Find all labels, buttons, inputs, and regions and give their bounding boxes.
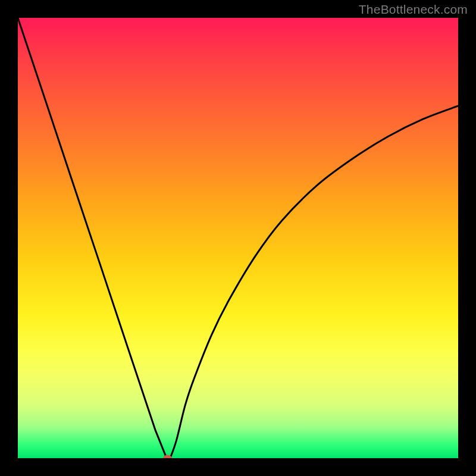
chart-frame: TheBottleneck.com — [0, 0, 476, 476]
watermark-text: TheBottleneck.com — [359, 2, 468, 17]
curve-left-branch — [18, 18, 170, 458]
chart-svg — [18, 18, 458, 458]
curve-right-branch — [170, 106, 458, 458]
plot-area — [18, 18, 458, 458]
